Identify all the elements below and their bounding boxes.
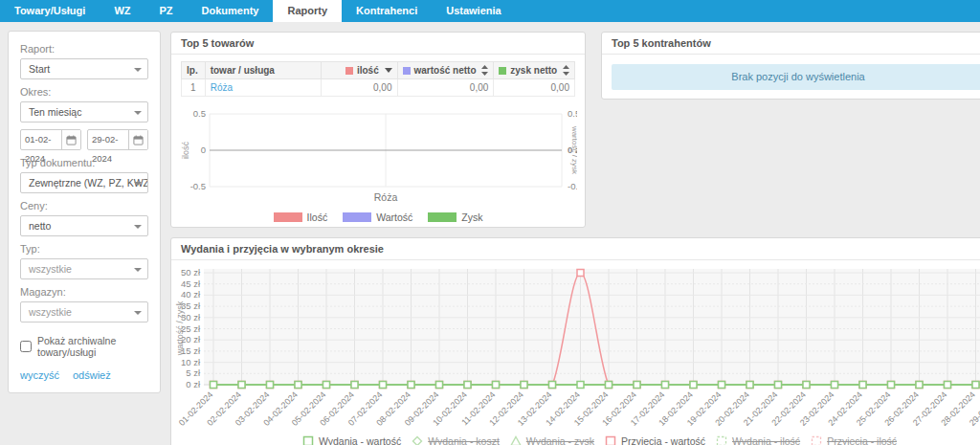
sort-icon — [481, 65, 488, 76]
cell-lp: 1 — [182, 79, 206, 97]
date-to-value: 29-02-2024 — [88, 130, 128, 149]
wydania-panel: Wydania i przyjęcia w wybranym okresie 0… — [170, 237, 980, 445]
legend-item-wydania-zysk[interactable]: Wydania - zysk — [509, 434, 594, 445]
top-kontrahenci-panel: Top 5 kontrahentów Brak pozycji do wyświ… — [601, 32, 980, 100]
svg-text:wartość / zysk: wartość / zysk — [175, 300, 185, 356]
magazyn-select[interactable]: wszystkie — [20, 301, 148, 323]
col-towar-usluga[interactable]: towar / usługa — [205, 62, 322, 79]
svg-text:-0.5: -0.5 — [190, 181, 206, 191]
ceny-label: Ceny: — [20, 200, 148, 211]
top-towary-table: lp. towar / usługa ilość wartość netto z… — [181, 61, 575, 97]
top-towary-chart-legend: IlośćWartośćZysk — [181, 211, 575, 223]
top-towary-chart: 0.50-0.50.5 zł0 zł-0.5 złilośćwartość / … — [181, 100, 577, 208]
svg-text:wartość / zysk: wartość / zysk — [570, 125, 577, 175]
raport-select[interactable]: Start — [20, 58, 148, 79]
archival-checkbox[interactable] — [20, 341, 32, 352]
legend-item-wydania-koszt[interactable]: Wydania - koszt — [411, 434, 500, 445]
legend-item-przyjęcia-ilość[interactable]: Przyjęcia - ilość — [810, 434, 897, 445]
legend-swatch — [428, 212, 457, 222]
svg-text:40 zł: 40 zł — [181, 289, 201, 300]
product-link[interactable]: Róża — [211, 82, 233, 93]
wartosc-color-swatch — [403, 67, 411, 75]
dashed-square-marker-icon — [715, 434, 728, 445]
ceny-value: netto — [29, 220, 51, 232]
svg-text:10 zł: 10 zł — [181, 357, 201, 367]
legend-item-przyjęcia-wartość[interactable]: Przyjęcia - wartość — [604, 434, 705, 445]
top-towary-title: Top 5 towarów — [171, 33, 585, 55]
tab-kontrahenci[interactable]: Kontrahenci — [342, 0, 432, 22]
chevron-down-icon — [134, 111, 142, 115]
svg-text:-0.5 zł: -0.5 zł — [568, 181, 577, 191]
svg-text:0.5: 0.5 — [193, 108, 206, 119]
cell-ilosc: 0,00 — [322, 79, 397, 97]
chevron-down-icon — [134, 268, 142, 272]
raport-label: Raport: — [20, 43, 148, 55]
col-wartosc-netto[interactable]: wartość netto — [397, 62, 494, 79]
legend-item-wydania-ilość[interactable]: Wydania - ilość — [715, 434, 800, 445]
svg-text:0 zł: 0 zł — [186, 379, 201, 389]
top-nav: Towary/UsługiWZPZDokumentyRaportyKontrah… — [0, 0, 980, 22]
legend-swatch — [343, 212, 371, 222]
zysk-color-swatch — [499, 67, 506, 75]
legend-item-wartość[interactable]: Wartość — [343, 211, 412, 223]
svg-text:5 zł: 5 zł — [186, 367, 201, 378]
typ-value: wszystkie — [29, 263, 72, 275]
filters-panel: Raport: Start Okres: Ten miesiąc 01-02-2… — [8, 31, 161, 393]
top-towary-table-body: 1Róża0,000,000,00 — [182, 79, 575, 97]
svg-text:Róża: Róża — [374, 191, 398, 203]
ilosc-color-swatch — [345, 67, 353, 75]
col-zysk-netto[interactable]: zysk netto — [494, 62, 575, 79]
typ-dokumentu-select[interactable]: Zewnętrzne (WZ, PZ, KWZ) — [20, 172, 148, 193]
date-to-field[interactable]: 29-02-2024 — [87, 129, 148, 150]
tab-wz[interactable]: WZ — [100, 0, 145, 22]
date-from-field[interactable]: 01-02-2024 — [20, 129, 81, 150]
ceny-select[interactable]: netto — [20, 215, 148, 236]
calendar-icon[interactable] — [128, 130, 147, 149]
calendar-icon[interactable] — [61, 130, 80, 149]
tab-towary-usługi[interactable]: Towary/Usługi — [0, 0, 100, 22]
legend-item-wydania-wartość[interactable]: Wydania - wartość — [301, 434, 401, 445]
svg-text:50 zł: 50 zł — [181, 267, 201, 278]
tab-ustawienia[interactable]: Ustawienia — [432, 0, 515, 22]
table-row: 1Róża0,000,000,00 — [182, 79, 575, 97]
svg-text:45 zł: 45 zł — [181, 278, 201, 289]
wydania-title: Wydania i przyjęcia w wybranym okresie — [171, 238, 980, 260]
refresh-link[interactable]: odśwież — [73, 369, 111, 381]
chevron-down-icon — [134, 225, 142, 229]
sort-icon — [563, 65, 569, 76]
sort-desc-icon — [385, 68, 392, 73]
cell-zysk: 0,00 — [494, 79, 575, 97]
top-towary-panel: Top 5 towarów lp. towar / usługa ilość w… — [170, 32, 586, 228]
square-marker-icon — [604, 434, 617, 445]
typ-label: Typ: — [20, 243, 148, 255]
legend-swatch — [274, 212, 302, 222]
tab-raporty[interactable]: Raporty — [273, 0, 342, 22]
legend-item-ilość[interactable]: Ilość — [274, 211, 328, 223]
cell-name: Róża — [205, 79, 322, 97]
chevron-down-icon — [134, 311, 142, 315]
tab-dokumenty[interactable]: Dokumenty — [188, 0, 274, 22]
chevron-down-icon — [134, 68, 142, 72]
wydania-chart: 0 zł5 zł10 zł15 zł20 zł25 zł30 zł35 zł40… — [175, 263, 980, 432]
diamond-marker-icon — [411, 434, 424, 445]
col-lp[interactable]: lp. — [182, 62, 206, 79]
chevron-down-icon — [134, 182, 142, 186]
svg-text:ilość: ilość — [181, 142, 190, 160]
square-marker-icon — [301, 434, 315, 445]
okres-select[interactable]: Ten miesiąc — [20, 101, 148, 122]
clear-link[interactable]: wyczyść — [20, 369, 59, 381]
dashed-square-marker-icon — [810, 434, 823, 445]
empty-message: Brak pozycji do wyświetlenia — [612, 64, 980, 90]
date-from-value: 01-02-2024 — [21, 130, 61, 149]
archival-checkbox-label: Pokaż archiwalne towary/usługi — [37, 335, 148, 358]
typ-select[interactable]: wszystkie — [20, 258, 148, 279]
triangle-marker-icon — [509, 434, 523, 445]
raport-value: Start — [29, 63, 50, 75]
wydania-chart-legend: Wydania - wartośćWydania - kosztWydania … — [175, 434, 980, 445]
legend-item-zysk[interactable]: Zysk — [428, 211, 482, 223]
tab-pz[interactable]: PZ — [145, 0, 187, 22]
date-range: 01-02-2024 29-02-2024 — [20, 129, 148, 150]
svg-text:0: 0 — [201, 145, 206, 155]
col-ilosc[interactable]: ilość — [322, 62, 397, 79]
top-kontrahenci-title: Top 5 kontrahentów — [602, 33, 980, 55]
